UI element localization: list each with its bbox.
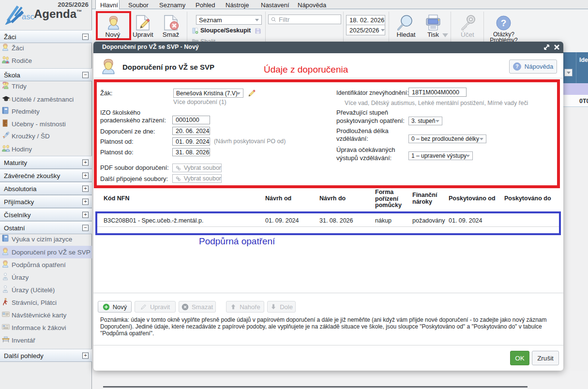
svg-text:?: ? (501, 18, 507, 28)
svg-text:?: ? (515, 64, 518, 69)
